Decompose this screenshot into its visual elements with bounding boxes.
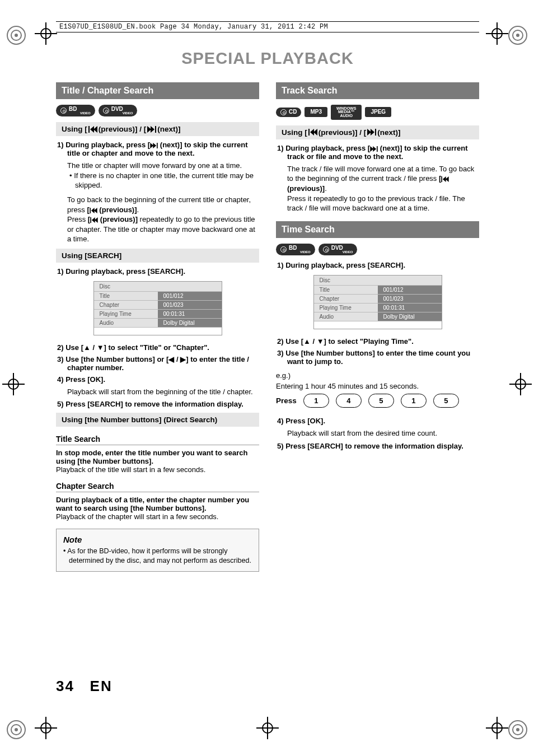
chapter-search-heading: Chapter Search bbox=[56, 482, 259, 492]
osd-header: Disc bbox=[314, 276, 442, 285]
crop-cross-icon bbox=[2, 373, 25, 395]
eg-label: e.g.) bbox=[276, 371, 479, 380]
key-button: 5 bbox=[368, 394, 394, 408]
osd-panel: Disc Title001/012 Chapter001/023 Playing… bbox=[313, 275, 442, 329]
key-button: 5 bbox=[433, 394, 459, 408]
key-button: 4 bbox=[336, 394, 362, 408]
time-step-4-sub: Playback will start from the desired tim… bbox=[287, 428, 479, 438]
section-title-chapter: Title / Chapter Search bbox=[56, 82, 259, 99]
page-lang: EN bbox=[90, 678, 113, 694]
crop-cross-icon bbox=[35, 22, 57, 45]
crop-cross-icon bbox=[35, 717, 57, 739]
prev-icon bbox=[88, 126, 97, 133]
up-icon: ▲ bbox=[303, 337, 311, 346]
track-step-1-sub: The track / file will move forward one a… bbox=[287, 164, 479, 194]
media-badges: BDVIDEO DVDVIDEO bbox=[56, 105, 259, 116]
svg-marker-22 bbox=[91, 208, 95, 213]
subhead-direct-search: Using [the Number buttons] (Direct Searc… bbox=[56, 413, 259, 427]
badge-mp3: MP3 bbox=[305, 107, 327, 117]
svg-rect-17 bbox=[155, 126, 156, 133]
prev-icon bbox=[308, 129, 317, 136]
key-button: 1 bbox=[401, 394, 427, 408]
crop-cross-icon bbox=[509, 373, 532, 395]
prev-icon bbox=[441, 176, 449, 182]
crop-cross-icon bbox=[486, 717, 508, 739]
svg-rect-24 bbox=[91, 217, 92, 223]
svg-rect-36 bbox=[442, 176, 443, 182]
key-button: 1 bbox=[303, 394, 329, 408]
right-column: Track Search CD MP3 WINDOWSMEDIA™AUDIO J… bbox=[276, 82, 479, 572]
page-number: 34 bbox=[56, 678, 74, 694]
page-title: SPECIAL PLAYBACK bbox=[56, 49, 479, 68]
next-icon bbox=[370, 146, 378, 152]
time-step-3: 3) Use [the Number buttons] to enter the… bbox=[276, 349, 479, 366]
svg-marker-23 bbox=[94, 208, 97, 213]
page-footer: 34 EN bbox=[56, 678, 113, 695]
left-column: Title / Chapter Search BDVIDEO DVDVIDEO … bbox=[56, 82, 259, 572]
chapter-search-bold: During playback of a title, enter the ch… bbox=[56, 496, 259, 512]
time-step-4: 4) Press [OK]. bbox=[276, 417, 479, 425]
osd-row: Chapter001/023 bbox=[94, 300, 222, 309]
media-badges: CD MP3 WINDOWSMEDIA™AUDIO JPEG bbox=[276, 105, 479, 120]
svg-point-2 bbox=[15, 34, 18, 37]
svg-marker-15 bbox=[147, 126, 151, 133]
svg-point-11 bbox=[516, 728, 519, 731]
svg-marker-34 bbox=[373, 146, 377, 152]
osd-row: Title001/012 bbox=[94, 291, 222, 300]
search-step-2: 2) Use [▲ / ▼] to select "Title" or "Cha… bbox=[56, 343, 259, 352]
note-body: • As for the BD-video, how it performs w… bbox=[69, 547, 252, 566]
subhead-search: Using [SEARCH] bbox=[56, 249, 259, 263]
reg-mark-icon bbox=[505, 22, 531, 48]
press-keys-row: Press 1 4 5 1 5 bbox=[276, 394, 479, 408]
svg-marker-38 bbox=[446, 176, 449, 182]
badge-bd-video: BDVIDEO bbox=[56, 105, 95, 116]
search-step-3: 3) Use [the Number buttons] or [◀ / ▶] t… bbox=[56, 355, 259, 372]
prev-icon bbox=[90, 217, 98, 223]
svg-marker-25 bbox=[92, 217, 95, 223]
subhead-prev-next: Using [ (previous)] / [ (next)] bbox=[56, 122, 259, 136]
step-1: 1) During playback, press [ (next)] to s… bbox=[56, 141, 259, 157]
svg-rect-21 bbox=[90, 208, 91, 213]
prev-icon bbox=[90, 208, 97, 213]
chapter-search-line: Playback of the chapter will start in a … bbox=[56, 512, 259, 521]
step-1-bullet: • If there is no chapter in one title, t… bbox=[75, 171, 259, 190]
section-time-search: Time Search bbox=[276, 221, 479, 238]
osd-row: AudioDolby Digital bbox=[94, 318, 222, 327]
eg-line: Entering 1 hour 45 minutes and 15 second… bbox=[276, 382, 479, 390]
down-icon: ▼ bbox=[97, 343, 104, 352]
svg-marker-30 bbox=[367, 129, 371, 136]
left-icon: ◀ bbox=[168, 355, 174, 363]
next-icon bbox=[147, 126, 156, 133]
title-search-bold: In stop mode, enter the title number you… bbox=[56, 449, 259, 465]
osd-row: Chapter001/023 bbox=[314, 294, 442, 303]
badge-dvd-video: DVDVIDEO bbox=[99, 105, 138, 116]
search-step-4-sub: Playback will start from the beginning o… bbox=[67, 387, 259, 397]
reg-mark-icon bbox=[505, 717, 531, 743]
svg-marker-13 bbox=[90, 126, 94, 133]
osd-row: Title001/012 bbox=[314, 285, 442, 294]
svg-marker-28 bbox=[310, 129, 314, 136]
step-1-sub: The title or chapter will move forward b… bbox=[67, 161, 259, 171]
badge-dvd-video: DVDVIDEO bbox=[318, 244, 358, 255]
time-step-5: 5) Press [SEARCH] to remove the informat… bbox=[276, 442, 479, 450]
time-step-2: 2) Use [▲ / ▼] to select "Playing Time". bbox=[276, 337, 479, 346]
osd-row: AudioDolby Digital bbox=[314, 312, 442, 321]
svg-marker-19 bbox=[153, 143, 157, 148]
right-icon: ▶ bbox=[180, 355, 186, 363]
next-icon bbox=[150, 143, 158, 148]
media-badges: BDVIDEO DVDVIDEO bbox=[276, 244, 479, 255]
svg-marker-18 bbox=[151, 143, 154, 148]
press-label: Press bbox=[276, 396, 297, 405]
title-search-heading: Title Search bbox=[56, 435, 259, 445]
title-search-line: Playback of the title will start in a fe… bbox=[56, 465, 259, 474]
note-box: Note • As for the BD-video, how it perfo… bbox=[56, 529, 259, 572]
svg-rect-32 bbox=[375, 129, 376, 136]
svg-marker-26 bbox=[95, 217, 98, 223]
svg-marker-29 bbox=[313, 129, 317, 136]
badge-cd: CD bbox=[276, 108, 301, 117]
track-step-1-repeat: Press it repeatedly to go to the previou… bbox=[287, 194, 479, 213]
osd-row: Playing Time00:01:31 bbox=[314, 303, 442, 312]
subhead-prev-next: Using [ (previous)] / [ (next)] bbox=[276, 125, 479, 139]
svg-marker-31 bbox=[371, 129, 374, 136]
time-step-1: 1) During playback, press [SEARCH]. bbox=[276, 261, 479, 269]
